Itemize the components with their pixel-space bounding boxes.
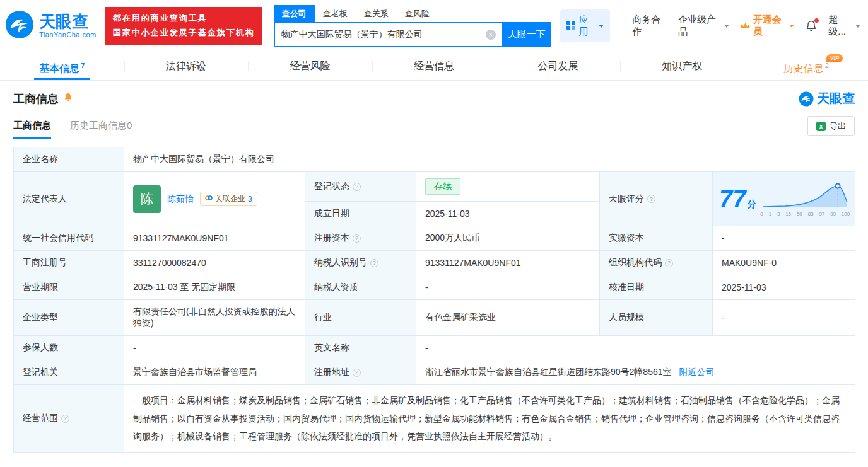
search-tabs: 查公司 查老板 查关系 查风险 — [274, 5, 551, 22]
help-icon[interactable]: ? — [353, 183, 361, 191]
avatar[interactable]: 陈 — [133, 185, 161, 213]
search-tab-relation[interactable]: 查关系 — [356, 5, 397, 22]
field-label: 企业类型 — [14, 300, 124, 336]
search-area: 查公司 查老板 查关系 查风险 × 天眼一下 — [274, 5, 551, 47]
search-input[interactable] — [274, 22, 502, 47]
legal-rep-name-link[interactable]: 陈茹怡 — [167, 193, 194, 205]
business-scope-value: 一般项目：金属材料销售；煤炭及制品销售；金属矿石销售；非金属矿及制品销售；化工产… — [124, 385, 855, 453]
establish-date-value: 2025-11-03 — [416, 202, 600, 226]
field-label: 登记机关 — [14, 360, 124, 385]
status-badge: 存续 — [425, 178, 460, 195]
username: 超级... — [828, 14, 853, 38]
tianyancha-logo[interactable]: 天眼查 TianYanCha.com — [5, 10, 97, 42]
company-type-value: 有限责任公司(非自然人投资或控股的法人独资) — [124, 300, 305, 336]
field-label: 企业名称 — [14, 147, 124, 172]
chevron-down-icon — [599, 25, 604, 28]
tab-operation-risk[interactable]: 经营风险 — [248, 52, 372, 80]
help-icon[interactable]: ? — [647, 195, 655, 203]
tab-legal-litigation[interactable]: 法律诉讼 — [124, 52, 249, 80]
field-label: 登记状态? — [305, 172, 416, 202]
table-row: 营业期限 2025-11-03 至 无固定期限 纳税人资质 - 核准日期 202… — [14, 275, 855, 300]
crown-icon — [740, 21, 751, 32]
open-vip-link[interactable]: 开通会员 — [740, 14, 794, 38]
tab-history-info[interactable]: VIP 历史信息2 — [744, 52, 868, 80]
field-label: 纳税人识别号? — [305, 251, 416, 275]
section-title-row: 工商信息 — [13, 91, 73, 107]
divider — [621, 20, 621, 32]
help-icon[interactable]: ? — [665, 259, 673, 267]
taxpayer-qual-value: - — [416, 275, 600, 300]
top-bar: 天眼查 TianYanCha.com 都在用的商业查询工具 国家中小企业发展子基… — [0, 0, 868, 52]
search-tab-risk[interactable]: 查风险 — [397, 5, 438, 22]
search-button[interactable]: 天眼一下 — [502, 22, 551, 47]
help-icon[interactable]: ? — [61, 415, 69, 423]
help-icon[interactable]: ? — [353, 234, 361, 243]
tab-operation-info[interactable]: 经营信息 — [372, 52, 496, 80]
english-name-value: - — [416, 336, 855, 360]
field-label: 人员规模 — [600, 300, 713, 336]
field-label: 天眼评分? — [600, 172, 713, 226]
watermark-logo: 天眼查 — [799, 90, 855, 107]
bell-icon[interactable] — [63, 92, 73, 105]
reg-address-value: 浙江省丽水市景宁畲族自治县红星街道团结东路90号2幢8561室 — [425, 367, 672, 377]
chevron-down-icon — [724, 25, 729, 28]
approval-date-value: 2025-11-03 — [713, 275, 855, 300]
table-row: 工商注册号 331127000082470 纳税人识别号? 91331127MA… — [14, 251, 855, 275]
nearby-companies-link[interactable]: 附近公司 — [679, 367, 714, 377]
chevron-down-icon — [789, 25, 794, 28]
tab-company-development[interactable]: 公司发展 — [496, 52, 620, 80]
search-tab-boss[interactable]: 查老板 — [315, 5, 356, 22]
tianyancha-logo-icon — [5, 10, 34, 42]
tab-intellectual-property[interactable]: 知识产权 — [620, 52, 744, 80]
table-row: 统一社会信用代码 91331127MAK0U9NF01 注册资本? 2000万人… — [14, 226, 855, 251]
field-label: 核准日期 — [600, 275, 713, 300]
main-content: 工商信息 天眼查 工商信息 历史工商信息0 x 导出 企业名称 物产中大国际贸易… — [0, 90, 868, 453]
tab-count: 2 — [825, 62, 829, 69]
search-tab-company[interactable]: 查公司 — [274, 5, 315, 22]
vip-badge: VIP — [826, 54, 843, 62]
section-title: 工商信息 — [13, 91, 59, 107]
table-row: 企业类型 有限责任公司(非自然人投资或控股的法人独资) 行业 有色金属矿采选业 … — [14, 300, 855, 336]
user-menu[interactable]: 超级... — [828, 14, 860, 38]
field-label: 纳税人资质 — [305, 275, 416, 300]
score-distribution-chart: 013 155083 9799100 — [760, 182, 850, 217]
industry-value: 有色金属矿采选业 — [416, 300, 600, 336]
field-label: 工商注册号 — [14, 251, 124, 275]
enterprise-products-link[interactable]: 企业级产品 — [678, 14, 729, 38]
logo-title: 天眼查 — [39, 13, 97, 30]
insured-count-value: - — [124, 336, 305, 360]
export-button[interactable]: x 导出 — [807, 116, 855, 136]
apps-grid-icon — [566, 21, 575, 32]
table-row: 参保人数 - 英文名称 - — [14, 336, 855, 360]
promo-banner: 都在用的商业查询工具 国家中小企业发展子基金旗下机构 — [105, 7, 262, 45]
score-value: 77分 — [719, 187, 756, 211]
tab-basic-info[interactable]: 基本信息7 — [0, 52, 124, 80]
score-axis: 013 155083 9799100 — [760, 211, 850, 217]
reg-status-value: 存续 — [416, 172, 600, 202]
field-label: 法定代表人 — [14, 172, 124, 226]
sub-tabs: 工商信息 历史工商信息0 x 导出 — [13, 116, 855, 139]
field-label: 注册资本? — [305, 226, 416, 251]
help-icon[interactable]: ? — [353, 369, 361, 377]
subtab-history-business-info[interactable]: 历史工商信息0 — [70, 120, 132, 139]
promo-line1: 都在用的商业查询工具 — [113, 11, 255, 26]
notifications-bell-icon[interactable] — [805, 20, 818, 32]
staff-size-value: - — [713, 300, 855, 336]
field-label: 注册地址? — [305, 360, 416, 385]
help-icon[interactable]: ? — [370, 259, 378, 267]
subtab-business-info[interactable]: 工商信息 — [13, 120, 51, 139]
link-icon — [205, 194, 213, 204]
field-label: 英文名称 — [305, 336, 416, 360]
excel-icon: x — [816, 122, 826, 131]
clear-search-icon[interactable]: × — [486, 30, 496, 40]
table-row: 经营范围? 一般项目：金属材料销售；煤炭及制品销售；金属矿石销售；非金属矿及制品… — [14, 385, 855, 453]
field-label: 统一社会信用代码 — [14, 226, 124, 251]
field-label: 组织机构代码? — [600, 251, 713, 275]
apps-label: 应用 — [579, 14, 595, 38]
apps-button[interactable]: 应用 — [560, 9, 611, 42]
related-companies-badge[interactable]: 关联企业 3 — [200, 192, 257, 206]
business-cooperation-link[interactable]: 商务合作 — [632, 14, 667, 38]
reg-authority-value: 景宁畲族自治县市场监督管理局 — [124, 360, 305, 385]
org-code-value: MAK0U9NF-0 — [713, 251, 855, 275]
table-row: 法定代表人 陈 陈茹怡 关联企业 3 登记状态? 存续 天眼评分? — [14, 172, 855, 202]
